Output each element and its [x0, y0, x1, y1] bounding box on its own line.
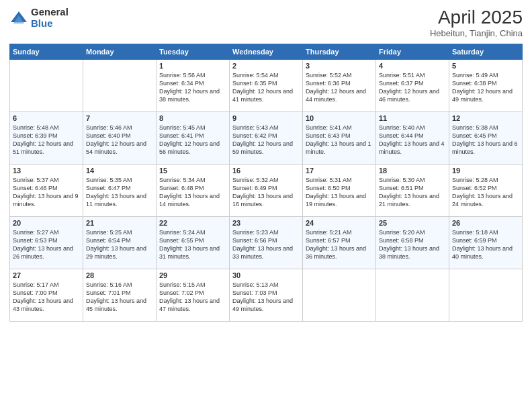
cell-content: Sunrise: 5:45 AM Sunset: 6:41 PM Dayligh…	[159, 124, 226, 156]
location: Hebeitun, Tianjin, China	[430, 28, 523, 38]
day-number: 30	[232, 271, 300, 279]
header-saturday: Saturday	[449, 44, 523, 60]
cell-5-4: 30Sunrise: 5:13 AM Sunset: 7:03 PM Dayli…	[230, 269, 303, 322]
header-friday: Friday	[376, 44, 449, 60]
cell-content: Sunrise: 5:20 AM Sunset: 6:58 PM Dayligh…	[379, 228, 446, 261]
cell-content: Sunrise: 5:48 AM Sunset: 6:39 PM Dayligh…	[13, 124, 80, 156]
cell-content: Sunrise: 5:35 AM Sunset: 6:47 PM Dayligh…	[86, 176, 153, 209]
cell-content: Sunrise: 5:46 AM Sunset: 6:40 PM Dayligh…	[86, 124, 153, 156]
cell-content: Sunrise: 5:16 AM Sunset: 7:01 PM Dayligh…	[86, 281, 153, 314]
day-number: 14	[86, 167, 153, 175]
cell-5-2: 28Sunrise: 5:16 AM Sunset: 7:01 PM Dayli…	[83, 269, 157, 322]
page: General Blue April 2025 Hebeitun, Tianji…	[0, 0, 532, 411]
cell-5-3: 29Sunrise: 5:15 AM Sunset: 7:02 PM Dayli…	[157, 269, 230, 322]
cell-content: Sunrise: 5:38 AM Sunset: 6:45 PM Dayligh…	[452, 124, 519, 156]
day-number: 7	[86, 114, 153, 122]
day-number: 3	[306, 62, 373, 70]
day-number: 16	[232, 167, 300, 175]
title-block: April 2025 Hebeitun, Tianjin, China	[430, 7, 523, 38]
cell-2-7: 12Sunrise: 5:38 AM Sunset: 6:45 PM Dayli…	[449, 112, 523, 165]
cell-3-3: 15Sunrise: 5:34 AM Sunset: 6:48 PM Dayli…	[157, 165, 230, 217]
cell-content: Sunrise: 5:17 AM Sunset: 7:00 PM Dayligh…	[13, 281, 80, 314]
day-number: 2	[232, 62, 300, 70]
cell-content: Sunrise: 5:25 AM Sunset: 6:54 PM Dayligh…	[86, 228, 153, 261]
cell-content: Sunrise: 5:18 AM Sunset: 6:59 PM Dayligh…	[452, 228, 519, 261]
day-number: 27	[13, 271, 80, 279]
cell-content: Sunrise: 5:24 AM Sunset: 6:55 PM Dayligh…	[159, 228, 226, 261]
cell-4-6: 25Sunrise: 5:20 AM Sunset: 6:58 PM Dayli…	[376, 217, 449, 269]
cell-content: Sunrise: 5:13 AM Sunset: 7:03 PM Dayligh…	[232, 281, 300, 314]
cell-1-6: 4Sunrise: 5:51 AM Sunset: 6:37 PM Daylig…	[376, 60, 449, 112]
logo-blue: Blue	[31, 18, 69, 30]
cell-content: Sunrise: 5:40 AM Sunset: 6:44 PM Dayligh…	[379, 124, 446, 156]
cell-4-7: 26Sunrise: 5:18 AM Sunset: 6:59 PM Dayli…	[449, 217, 523, 269]
calendar: Sunday Monday Tuesday Wednesday Thursday…	[9, 44, 523, 322]
cell-content: Sunrise: 5:37 AM Sunset: 6:46 PM Dayligh…	[13, 176, 80, 209]
cell-1-3: 1Sunrise: 5:56 AM Sunset: 6:34 PM Daylig…	[157, 60, 230, 112]
cell-2-1: 6Sunrise: 5:48 AM Sunset: 6:39 PM Daylig…	[10, 112, 83, 165]
cell-content: Sunrise: 5:23 AM Sunset: 6:56 PM Dayligh…	[232, 228, 300, 261]
cell-3-2: 14Sunrise: 5:35 AM Sunset: 6:47 PM Dayli…	[83, 165, 157, 217]
cell-1-7: 5Sunrise: 5:49 AM Sunset: 6:38 PM Daylig…	[449, 60, 523, 112]
week-row-2: 6Sunrise: 5:48 AM Sunset: 6:39 PM Daylig…	[10, 112, 523, 165]
header-wednesday: Wednesday	[230, 44, 303, 60]
header-thursday: Thursday	[303, 44, 376, 60]
week-row-1: 1Sunrise: 5:56 AM Sunset: 6:34 PM Daylig…	[10, 60, 523, 112]
day-number: 6	[13, 114, 80, 122]
cell-4-1: 20Sunrise: 5:27 AM Sunset: 6:53 PM Dayli…	[10, 217, 83, 269]
day-number: 25	[379, 219, 446, 227]
day-number: 12	[452, 114, 519, 122]
cell-content: Sunrise: 5:56 AM Sunset: 6:34 PM Dayligh…	[159, 71, 226, 104]
cell-content: Sunrise: 5:32 AM Sunset: 6:49 PM Dayligh…	[232, 176, 300, 209]
day-number: 28	[86, 271, 153, 279]
header: General Blue April 2025 Hebeitun, Tianji…	[9, 7, 523, 38]
header-sunday: Sunday	[10, 44, 83, 60]
cell-2-6: 11Sunrise: 5:40 AM Sunset: 6:44 PM Dayli…	[376, 112, 449, 165]
day-number: 8	[159, 114, 226, 122]
logo-text: General Blue	[31, 7, 69, 29]
cell-3-6: 18Sunrise: 5:30 AM Sunset: 6:51 PM Dayli…	[376, 165, 449, 217]
cell-2-2: 7Sunrise: 5:46 AM Sunset: 6:40 PM Daylig…	[83, 112, 157, 165]
cell-4-3: 22Sunrise: 5:24 AM Sunset: 6:55 PM Dayli…	[157, 217, 230, 269]
cell-1-2	[83, 60, 157, 112]
cell-3-5: 17Sunrise: 5:31 AM Sunset: 6:50 PM Dayli…	[303, 165, 376, 217]
cell-5-6	[376, 269, 449, 322]
header-tuesday: Tuesday	[157, 44, 230, 60]
day-number: 20	[13, 219, 80, 227]
day-number: 18	[379, 167, 446, 175]
day-number: 29	[159, 271, 226, 279]
weekday-header-row: Sunday Monday Tuesday Wednesday Thursday…	[10, 44, 523, 60]
logo-general: General	[31, 7, 69, 18]
day-number: 11	[379, 114, 446, 122]
cell-2-5: 10Sunrise: 5:41 AM Sunset: 6:43 PM Dayli…	[303, 112, 376, 165]
cell-content: Sunrise: 5:51 AM Sunset: 6:37 PM Dayligh…	[379, 71, 446, 104]
day-number: 19	[452, 167, 519, 175]
day-number: 5	[452, 62, 519, 70]
day-number: 24	[306, 219, 373, 227]
day-number: 15	[159, 167, 226, 175]
logo: General Blue	[9, 7, 69, 29]
day-number: 1	[159, 62, 226, 70]
cell-content: Sunrise: 5:21 AM Sunset: 6:57 PM Dayligh…	[306, 228, 373, 261]
day-number: 26	[452, 219, 519, 227]
day-number: 22	[159, 219, 226, 227]
logo-icon	[9, 9, 28, 28]
week-row-4: 20Sunrise: 5:27 AM Sunset: 6:53 PM Dayli…	[10, 217, 523, 269]
cell-content: Sunrise: 5:27 AM Sunset: 6:53 PM Dayligh…	[13, 228, 80, 261]
day-number: 4	[379, 62, 446, 70]
cell-content: Sunrise: 5:34 AM Sunset: 6:48 PM Dayligh…	[159, 176, 226, 209]
cell-content: Sunrise: 5:43 AM Sunset: 6:42 PM Dayligh…	[232, 124, 300, 156]
cell-content: Sunrise: 5:52 AM Sunset: 6:36 PM Dayligh…	[306, 71, 373, 104]
cell-5-5	[303, 269, 376, 322]
week-row-5: 27Sunrise: 5:17 AM Sunset: 7:00 PM Dayli…	[10, 269, 523, 322]
day-number: 17	[306, 167, 373, 175]
cell-content: Sunrise: 5:49 AM Sunset: 6:38 PM Dayligh…	[452, 71, 519, 104]
cell-1-1	[10, 60, 83, 112]
day-number: 10	[306, 114, 373, 122]
cell-2-3: 8Sunrise: 5:45 AM Sunset: 6:41 PM Daylig…	[157, 112, 230, 165]
cell-1-5: 3Sunrise: 5:52 AM Sunset: 6:36 PM Daylig…	[303, 60, 376, 112]
cell-content: Sunrise: 5:41 AM Sunset: 6:43 PM Dayligh…	[306, 124, 373, 156]
day-number: 21	[86, 219, 153, 227]
header-monday: Monday	[83, 44, 157, 60]
month-title: April 2025	[430, 7, 523, 28]
